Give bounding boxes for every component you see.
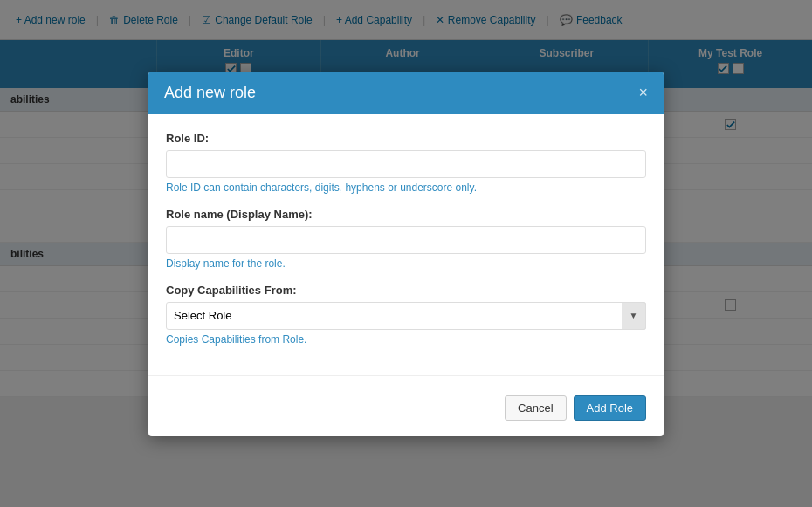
modal-footer: Cancel Add Role [148, 388, 664, 436]
copy-capabilities-group: Copy Capabilities From: Select Role ▼ Co… [166, 284, 646, 346]
select-wrapper: Select Role ▼ [166, 302, 646, 330]
role-id-label: Role ID: [166, 132, 646, 145]
modal-title: Add new role [164, 84, 256, 102]
copy-capabilities-select[interactable]: Select Role [166, 302, 646, 330]
role-name-label: Role name (Display Name): [166, 208, 646, 221]
modal-body: Role ID: Role ID can contain characters,… [148, 114, 664, 368]
copy-capabilities-label: Copy Capabilities From: [166, 284, 646, 297]
role-name-group: Role name (Display Name): Display name f… [166, 208, 646, 270]
cancel-button[interactable]: Cancel [505, 395, 566, 421]
modal-divider [148, 375, 664, 376]
role-name-hint: Display name for the role. [166, 257, 646, 270]
modal-overlay[interactable]: Add new role × Role ID: Role ID can cont… [0, 0, 812, 507]
add-new-role-modal: Add new role × Role ID: Role ID can cont… [148, 72, 664, 436]
role-id-input[interactable] [166, 150, 646, 178]
copy-capabilities-hint: Copies Capabilities from Role. [166, 333, 646, 346]
modal-header: Add new role × [148, 72, 664, 114]
add-role-button[interactable]: Add Role [574, 395, 646, 421]
role-id-hint: Role ID can contain characters, digits, … [166, 182, 646, 194]
role-name-input[interactable] [166, 226, 646, 254]
modal-close-button[interactable]: × [638, 85, 648, 100]
role-id-group: Role ID: Role ID can contain characters,… [166, 132, 646, 194]
